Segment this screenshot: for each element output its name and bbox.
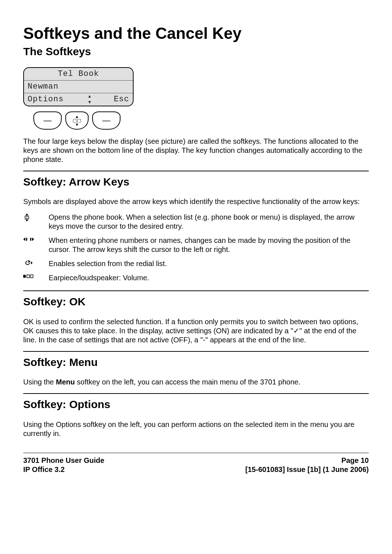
cursor-lr-icon [23, 236, 36, 242]
section-divider [23, 393, 369, 394]
arrow-intro: Symbols are displayed above the arrow ke… [23, 197, 369, 206]
list-item: Earpiece/loudspeaker: Volume. [23, 273, 369, 282]
volume-bar-icon [23, 273, 36, 278]
redial-icon [23, 259, 36, 266]
section-heading-softkeys: The Softkeys [23, 45, 369, 58]
svg-rect-10 [23, 275, 26, 278]
lcd-entry: Newman [28, 82, 58, 92]
list-item-text: When entering phone numbers or names, ch… [49, 236, 369, 254]
svg-marker-8 [28, 260, 30, 263]
lcd-display: Tel Book Newman Options ▲ ▼ Esc [23, 67, 134, 106]
section-heading-ok: Softkey: OK [23, 295, 369, 309]
section-divider [23, 351, 369, 352]
lcd-title: Tel Book [58, 69, 99, 79]
right-softkey-button: — [92, 111, 121, 130]
left-softkey-button: — [33, 111, 62, 130]
page-footer: 3701 Phone User Guide Page 10 IP Office … [23, 453, 369, 474]
page-title: Softkeys and the Cancel Key [23, 23, 369, 43]
svg-marker-4 [23, 237, 25, 241]
list-item: Opens the phone book. When a selection l… [23, 213, 369, 231]
list-item-text: Enables selection from the redial list. [49, 259, 369, 268]
list-item: When entering phone numbers or names, ch… [23, 236, 369, 254]
arrow-icon-list: Opens the phone book. When a selection l… [23, 213, 369, 282]
section-divider [23, 171, 369, 171]
softkey-illustration: Tel Book Newman Options ▲ ▼ Esc — ▲ ▢▢ ▼… [23, 67, 369, 130]
menu-body-suffix: softkey on the left, you can access the … [75, 378, 301, 386]
softkeys-body: The four large keys below the display (s… [23, 137, 369, 164]
down-arrow-icon: ▼ [75, 123, 79, 126]
ok-body: OK is used to confirm the selected funct… [23, 317, 369, 345]
phonebook-arrows-icon [23, 213, 36, 221]
section-divider [23, 290, 369, 291]
svg-rect-11 [27, 275, 29, 278]
section-heading-options: Softkey: Options [23, 398, 369, 411]
lcd-arrow-indicator-icon: ▲ ▼ [88, 95, 91, 104]
lcd-entry-row: Newman [24, 81, 133, 93]
footer-divider [23, 453, 369, 453]
document-page: Softkeys and the Cancel Key The Softkeys… [0, 0, 392, 489]
lcd-softkey-row: Options ▲ ▼ Esc [24, 93, 133, 106]
list-item-text: Opens the phone book. When a selection l… [49, 213, 369, 231]
menu-body-prefix: Using the [23, 378, 56, 386]
list-item: Enables selection from the redial list. [23, 259, 369, 268]
book-icon: ▢▢ [73, 119, 81, 122]
svg-marker-9 [31, 261, 33, 264]
footer-left-2: IP Office 3.2 [23, 465, 65, 474]
lcd-title-row: Tel Book [24, 68, 133, 81]
menu-body-bold: Menu [56, 378, 75, 386]
list-item-text: Earpiece/loudspeaker: Volume. [49, 273, 369, 282]
footer-right-2: [15-601083] Issue [1b] (1 June 2006) [245, 465, 369, 474]
section-heading-menu: Softkey: Menu [23, 355, 369, 369]
svg-marker-0 [25, 213, 28, 215]
footer-right-1: Page 10 [341, 456, 369, 465]
options-body: Using the Options softkey on the left, y… [23, 420, 369, 438]
svg-rect-6 [30, 238, 31, 241]
section-heading-arrow: Softkey: Arrow Keys [23, 175, 369, 189]
menu-body: Using the Menu softkey on the left, you … [23, 378, 369, 387]
lcd-left-softkey: Options [28, 94, 64, 105]
hardware-keys-row: — ▲ ▢▢ ▼ — [33, 111, 369, 130]
svg-rect-12 [30, 275, 33, 278]
svg-marker-3 [25, 220, 28, 221]
footer-left-1: 3701 Phone User Guide [23, 456, 104, 465]
svg-marker-7 [32, 237, 34, 241]
svg-rect-5 [26, 238, 27, 241]
lcd-right-softkey: Esc [114, 94, 129, 105]
arrow-nav-button: ▲ ▢▢ ▼ [65, 111, 89, 130]
